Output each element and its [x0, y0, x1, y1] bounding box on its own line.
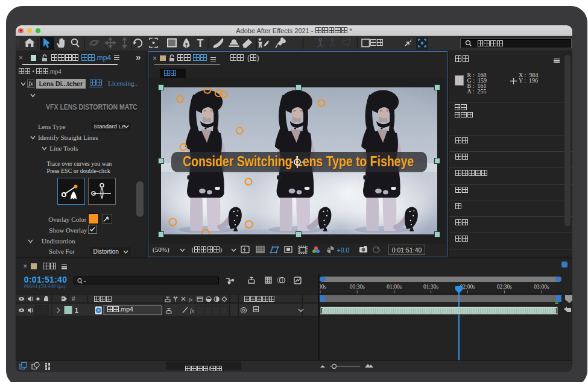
svg-text:1: 1 [75, 307, 78, 314]
svg-text:fx: fx [189, 296, 193, 302]
svg-text:0:00s: 0:00s [320, 284, 327, 290]
svg-text:T: T [197, 37, 204, 49]
svg-text:01:00s: 01:00s [387, 284, 402, 290]
svg-text:01:30s: 01:30s [423, 284, 439, 290]
svg-text:#: # [72, 296, 75, 302]
svg-text:Consider Switching Lens Type t: Consider Switching Lens Type to Fisheye [183, 154, 414, 169]
svg-text:fx: fx [190, 308, 195, 314]
svg-text:02:30s: 02:30s [497, 284, 513, 290]
svg-text:03:00s: 03:00s [534, 284, 549, 290]
svg-text:00:30s: 00:30s [350, 284, 365, 290]
